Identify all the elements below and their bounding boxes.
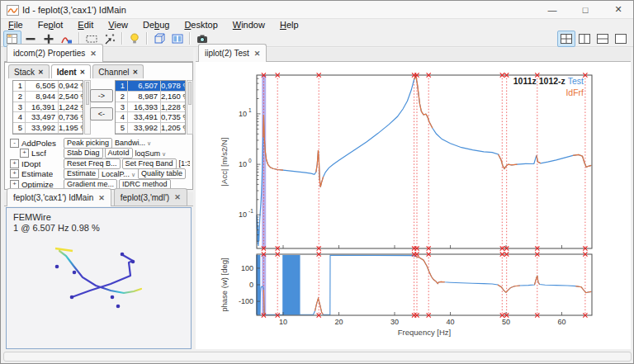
layout-rows-icon[interactable] — [594, 31, 612, 47]
table-row[interactable]: 533,9921,205 % — [116, 123, 185, 134]
transfer-right-button[interactable]: -> — [90, 89, 113, 102]
cell: 16,391 — [26, 102, 59, 113]
close-icon[interactable]: ✕ — [80, 69, 86, 76]
subtab-label: Ident — [57, 68, 77, 77]
tab-iiplot-test[interactable]: iiplot(2) Test ✕ — [198, 44, 267, 62]
cell: 8,987 — [128, 92, 161, 102]
feplot-viewer[interactable]: FEMWire 1 @ 6.507 Hz 0.98 % — [6, 207, 192, 349]
tab-feplot-idmain[interactable]: feplot(3,'cax1') IdMain✕ — [7, 188, 111, 206]
dropdown-value: loqSum — [135, 149, 161, 158]
title-bar: Id - feplot(3,'cax1') IdMain —□✕ — [1, 1, 634, 19]
lightbulb-icon[interactable] — [125, 31, 144, 47]
chevron-down-icon: ∨ — [131, 172, 135, 177]
layout-columns-icon[interactable] — [575, 31, 594, 47]
menu-item-window[interactable]: Window — [225, 19, 272, 31]
tab-idcom-properties[interactable]: idcom(2) Properties ✕ — [7, 44, 103, 62]
svg-text:50: 50 — [502, 318, 510, 326]
iiplot-tab-row: iiplot(2) Test ✕ — [196, 48, 631, 62]
tree-button[interactable]: Reset Freq B... — [64, 158, 121, 169]
transfer-left-button[interactable]: <- — [90, 107, 113, 121]
close-icon[interactable]: ✕ — [254, 50, 261, 58]
expand-icon[interactable]: + — [10, 159, 19, 168]
svg-text:20: 20 — [334, 318, 343, 326]
close-icon[interactable]: ✕ — [90, 50, 97, 58]
dropdown-value: Bandwi... — [115, 139, 145, 147]
tree-button[interactable]: Estimate — [64, 168, 99, 179]
tree-label[interactable]: AddPoles — [21, 139, 56, 148]
layout-single-icon[interactable] — [612, 31, 630, 47]
pole-table-alternate-scrollbar[interactable] — [187, 80, 193, 135]
tab-feplot-mdl[interactable]: feplot(3,'mdl')✕ — [114, 188, 187, 206]
frf-plots[interactable]: 10110010-11000-100102030405060|Acc| [m/s… — [196, 62, 631, 349]
subtab-stack[interactable]: Stack✕ — [8, 64, 50, 78]
close-icon[interactable]: ✕ — [98, 194, 105, 202]
table-row[interactable]: 316,3911,242 % — [13, 102, 83, 113]
cell: 3 — [116, 102, 128, 113]
svg-text:1011z 1012-z Test: 1011z 1012-z Test — [513, 76, 584, 86]
svg-text:10: 10 — [239, 110, 247, 118]
expand-icon[interactable]: + — [10, 169, 19, 178]
cell: 6,507 — [128, 81, 161, 92]
iiplot-figure[interactable]: 10110010-11000-100102030405060|Acc| [m/s… — [196, 62, 631, 349]
minimize-button[interactable]: — — [536, 1, 569, 18]
tree-button[interactable]: Quality table — [138, 168, 186, 179]
subtab-channel[interactable]: Channel✕ — [92, 64, 144, 78]
tree-dropdown[interactable]: Bandwi...∨ — [114, 139, 152, 147]
toolbar-separator — [121, 32, 123, 45]
table-row[interactable]: 533,9921,195 % — [13, 123, 83, 134]
menu-item-file[interactable]: File — [1, 19, 31, 31]
subtab-ident[interactable]: Ident✕ — [51, 64, 92, 78]
tree-button[interactable]: Peak picking — [64, 138, 112, 149]
scrollbar-thumb[interactable] — [86, 82, 89, 105]
close-icon[interactable]: ✕ — [174, 193, 181, 201]
maximize-button[interactable]: □ — [569, 1, 602, 18]
mode-shape-wireframe[interactable] — [7, 208, 191, 348]
table-row[interactable]: 433,4970,736 % — [13, 112, 83, 123]
app-icon — [7, 4, 19, 15]
menu-item-view[interactable]: View — [101, 19, 135, 31]
tree-button[interactable]: Set Freq Band — [122, 158, 177, 169]
cell: 2 — [116, 92, 128, 102]
tree-label[interactable]: Lscf — [31, 149, 46, 158]
cell: 33,992 — [26, 123, 59, 134]
table-row[interactable]: 316,3931,228 % — [116, 102, 185, 113]
tree-dropdown[interactable]: loqSum∨ — [135, 149, 168, 158]
table-row[interactable]: 16,5050,942 % — [13, 81, 83, 92]
split-view-icon[interactable] — [168, 31, 187, 47]
pole-table-current[interactable]: 16,5050,942 %28,9442,540 %316,3911,242 %… — [12, 80, 83, 135]
tree-label[interactable]: IDopt — [21, 159, 40, 168]
axes-cube-icon[interactable] — [150, 31, 168, 47]
svg-text:40: 40 — [446, 318, 454, 326]
table-row[interactable]: 16,5070,978 % — [116, 81, 185, 92]
tree-button[interactable]: Stab Diag — [64, 148, 103, 158]
cell: 33,491 — [128, 112, 161, 123]
table-row[interactable]: 28,9442,540 % — [13, 92, 83, 102]
tree-controls: Peak pickingBandwi...∨ — [64, 138, 190, 149]
tree-button[interactable]: AutoId — [105, 148, 133, 158]
close-button[interactable]: ✕ — [602, 1, 634, 18]
pole-table-alternate[interactable]: 16,5070,978 %28,9872,160 %316,3931,228 %… — [115, 80, 186, 135]
collapse-icon[interactable]: - — [10, 139, 19, 148]
layout-grid-icon[interactable] — [557, 31, 575, 47]
menu-item-desktop[interactable]: Desktop — [177, 19, 225, 31]
close-icon[interactable]: ✕ — [38, 69, 44, 76]
tree-dropdown[interactable]: LocalP...∨ — [101, 170, 136, 178]
dropdown-value: LocalP... — [102, 170, 130, 178]
table-row[interactable]: 433,4910,735 % — [116, 112, 185, 123]
expand-icon[interactable]: + — [20, 149, 29, 158]
menu-item-edit[interactable]: Edit — [70, 19, 101, 31]
chevron-down-icon: ∨ — [162, 151, 166, 157]
menu-item-feplot[interactable]: Feplot — [31, 19, 71, 31]
table-row[interactable]: 28,9872,160 % — [116, 92, 185, 102]
tree-label[interactable]: Estimate — [21, 169, 53, 178]
svg-text:10: 10 — [239, 210, 247, 219]
menu-item-help[interactable]: Help — [272, 19, 306, 31]
scrollbar-thumb[interactable] — [188, 82, 192, 105]
close-icon[interactable]: ✕ — [133, 69, 139, 76]
tree-dropdown[interactable]: [1:3124...∨ — [178, 159, 190, 168]
svg-text:phase (w) [deg]: phase (w) [deg] — [220, 258, 229, 311]
node-pick-icon[interactable] — [101, 31, 119, 47]
subtab-label: Channel — [98, 68, 129, 77]
svg-text:IdFrf: IdFrf — [565, 87, 584, 97]
menu-item-debug[interactable]: Debug — [135, 19, 177, 31]
